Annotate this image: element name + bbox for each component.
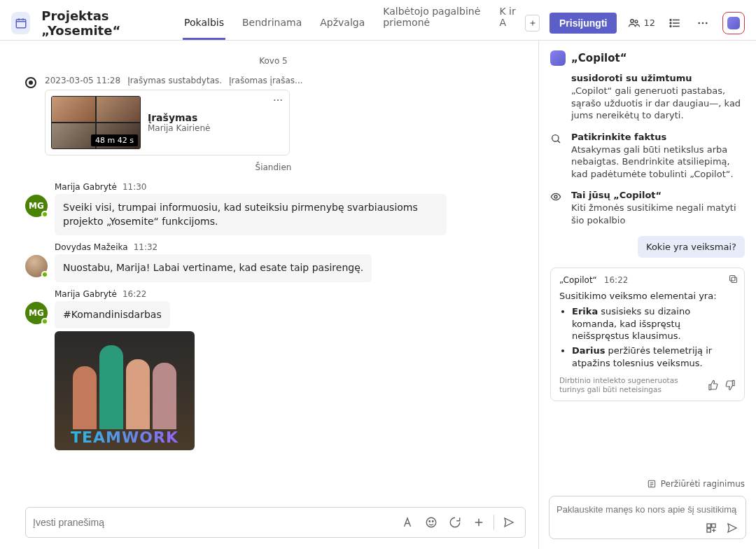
message-time: 16:22 bbox=[122, 289, 147, 299]
svg-point-16 bbox=[554, 195, 557, 198]
more-icon[interactable] bbox=[694, 15, 711, 32]
tab-overview[interactable]: Apžvalga bbox=[318, 17, 366, 40]
svg-rect-21 bbox=[712, 524, 715, 527]
copilot-input[interactable] bbox=[556, 504, 738, 515]
send-icon[interactable] bbox=[726, 522, 738, 534]
recording-status-b: Įrašomas įrašas... bbox=[229, 76, 302, 85]
date-divider: Šiandien bbox=[25, 162, 522, 172]
response-time: 16:22 bbox=[604, 275, 629, 285]
participants-button[interactable]: 12 bbox=[628, 17, 655, 29]
tip-text: „Copilot“ gali generuoti pastabas, sąraš… bbox=[571, 85, 745, 122]
tip-title: Patikrinkite faktus bbox=[571, 132, 745, 142]
message-bubble[interactable]: Sveiki visi, trumpai informuosiu, kad su… bbox=[55, 194, 447, 235]
copilot-panel: „Copilot“ susidoroti su užimtumu „Copilo… bbox=[539, 41, 756, 549]
prompt-grid-icon[interactable] bbox=[705, 522, 718, 534]
copilot-tip: Patikrinkite faktus Atsakymas gali būti … bbox=[550, 132, 745, 181]
svg-point-15 bbox=[552, 134, 559, 141]
gif-attachment[interactable]: TEAMWORK bbox=[55, 331, 195, 450]
tip-text: Kiti žmonės susitikime negali matyti šio… bbox=[571, 202, 745, 226]
svg-rect-18 bbox=[730, 276, 736, 282]
recording-status-a: Įrašymas sustabdytas. bbox=[127, 76, 222, 85]
svg-point-1 bbox=[631, 19, 634, 22]
svg-point-12 bbox=[426, 517, 436, 527]
meeting-calendar-icon bbox=[11, 12, 30, 34]
list-icon[interactable] bbox=[666, 15, 683, 32]
svg-point-4 bbox=[670, 22, 671, 24]
thumbs-up-icon[interactable] bbox=[708, 380, 719, 391]
date-divider: Kovo 5 bbox=[25, 56, 522, 66]
message-row: MG Marija Gabrytė11:30 Sveiki visi, trum… bbox=[25, 182, 522, 235]
recording-card[interactable]: 48 m 42 s Įrašymas Marija Kairienė bbox=[45, 90, 290, 155]
copy-icon[interactable] bbox=[728, 274, 738, 284]
copilot-response-card: „Copilot“ 16:22 Susitikimo veiksmo eleme… bbox=[550, 267, 745, 401]
svg-point-2 bbox=[636, 20, 638, 22]
recording-timestamp: 2023-03-05 11:28 bbox=[45, 76, 120, 85]
copilot-button[interactable] bbox=[722, 12, 745, 34]
tabs: Pokalbis Bendrinama Apžvalga Kalbėtojo p… bbox=[183, 6, 518, 40]
recording-more-icon[interactable] bbox=[272, 95, 284, 106]
topbar: Projektas „Yosemite“ Pokalbis Bendrinama… bbox=[0, 0, 756, 41]
svg-point-10 bbox=[277, 99, 279, 101]
avatar: MG bbox=[25, 302, 48, 324]
page-title: Projektas „Yosemite“ bbox=[41, 8, 170, 38]
ai-disclaimer: Dirbtinio intelekto sugeneruotas turinys… bbox=[559, 376, 692, 394]
format-icon[interactable] bbox=[398, 513, 416, 531]
message-author: Marija Gabrytė bbox=[55, 182, 117, 192]
tab-speaker-coach[interactable]: Kalbėtojo pagalbinė priemonė bbox=[382, 6, 482, 40]
recording-indicator-icon bbox=[25, 77, 36, 88]
svg-rect-20 bbox=[707, 524, 710, 527]
copilot-logo-icon bbox=[550, 50, 566, 66]
svg-rect-22 bbox=[707, 529, 710, 532]
tip-title: susidoroti su užimtumu bbox=[571, 73, 745, 83]
svg-rect-17 bbox=[732, 277, 737, 283]
tip-text: Atsakymas gali būti netikslus arba nebai… bbox=[571, 144, 745, 181]
svg-point-6 bbox=[698, 22, 700, 24]
message-bubble[interactable]: Nuostabu, Marija! Labai vertiname, kad e… bbox=[55, 254, 372, 282]
recording-duration: 48 m 42 s bbox=[91, 134, 138, 146]
add-tab-button[interactable] bbox=[525, 15, 540, 32]
copilot-tip: Tai jūsų „Copilot“ Kiti žmonės susitikim… bbox=[550, 190, 745, 226]
tab-qa[interactable]: K ir A bbox=[498, 6, 518, 40]
copilot-icon bbox=[727, 17, 740, 29]
gif-caption: TEAMWORK bbox=[55, 429, 195, 446]
copilot-tip: susidoroti su užimtumu „Copilot“ gali ge… bbox=[550, 73, 745, 122]
eye-icon bbox=[550, 191, 564, 226]
message-bubble[interactable]: #Komandinisdarbas bbox=[55, 301, 170, 329]
svg-point-14 bbox=[433, 521, 434, 522]
user-query[interactable]: Kokie yra veiksmai? bbox=[638, 236, 745, 258]
search-icon bbox=[550, 133, 564, 181]
view-prompts-link[interactable]: Peržiūrėti raginimus bbox=[539, 472, 756, 492]
message-author: Dovydas Mažeika bbox=[55, 242, 128, 252]
tab-chat[interactable]: Pokalbis bbox=[183, 17, 225, 40]
message-time: 11:32 bbox=[134, 242, 158, 252]
recording-thumbnail: 48 m 42 s bbox=[51, 96, 141, 149]
compose-input[interactable] bbox=[33, 517, 393, 528]
recording-title: Įrašymas bbox=[148, 112, 284, 123]
loop-icon[interactable] bbox=[446, 513, 464, 531]
message-author: Marija Gabrytė bbox=[55, 289, 117, 299]
emoji-icon[interactable] bbox=[422, 513, 440, 531]
compose-box[interactable] bbox=[25, 507, 526, 538]
copilot-title: „Copilot“ bbox=[571, 52, 627, 64]
svg-point-11 bbox=[281, 99, 282, 101]
message-time: 11:30 bbox=[122, 182, 147, 192]
join-button[interactable]: Prisijungti bbox=[550, 13, 617, 34]
list-item: Darius peržiūrės telemetriją ir atpažins… bbox=[572, 345, 736, 369]
tip-title: Tai jūsų „Copilot“ bbox=[571, 190, 745, 200]
tab-shared[interactable]: Bendrinama bbox=[241, 17, 303, 40]
copilot-compose[interactable] bbox=[549, 496, 746, 539]
recording-author: Marija Kairienė bbox=[148, 123, 284, 133]
avatar: MG bbox=[25, 195, 48, 217]
list-item: Erika susisieks su dizaino komanda, kad … bbox=[572, 305, 736, 342]
send-icon[interactable] bbox=[500, 513, 518, 531]
presence-icon bbox=[41, 211, 48, 218]
attach-plus-icon[interactable] bbox=[470, 513, 488, 531]
presence-icon bbox=[41, 318, 48, 325]
svg-point-7 bbox=[702, 22, 704, 24]
chat-column: Kovo 5 2023-03-05 11:28 Įrašymas sustabd… bbox=[0, 41, 539, 549]
svg-point-13 bbox=[429, 521, 430, 522]
svg-point-3 bbox=[670, 19, 671, 20]
thumbs-down-icon[interactable] bbox=[724, 380, 736, 391]
response-list: Erika susisieks su dizaino komanda, kad … bbox=[559, 305, 736, 369]
participant-count: 12 bbox=[643, 18, 655, 28]
